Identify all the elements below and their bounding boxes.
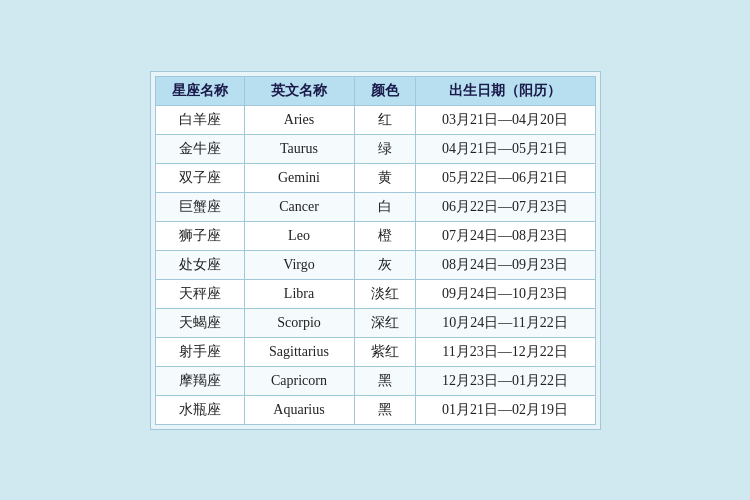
table-row: 水瓶座Aquarius黑01月21日—02月19日	[155, 395, 595, 424]
cell-zodiac-date: 04月21日—05月21日	[415, 134, 595, 163]
cell-zodiac-en: Gemini	[244, 163, 354, 192]
cell-zodiac-name: 狮子座	[155, 221, 244, 250]
cell-zodiac-name: 天蝎座	[155, 308, 244, 337]
table-row: 天秤座Libra淡红09月24日—10月23日	[155, 279, 595, 308]
cell-zodiac-color: 橙	[354, 221, 415, 250]
table-row: 狮子座Leo橙07月24日—08月23日	[155, 221, 595, 250]
cell-zodiac-name: 双子座	[155, 163, 244, 192]
table-row: 处女座Virgo灰08月24日—09月23日	[155, 250, 595, 279]
cell-zodiac-color: 深红	[354, 308, 415, 337]
cell-zodiac-en: Virgo	[244, 250, 354, 279]
table-row: 巨蟹座Cancer白06月22日—07月23日	[155, 192, 595, 221]
cell-zodiac-name: 水瓶座	[155, 395, 244, 424]
cell-zodiac-name: 处女座	[155, 250, 244, 279]
cell-zodiac-date: 08月24日—09月23日	[415, 250, 595, 279]
cell-zodiac-en: Taurus	[244, 134, 354, 163]
table-row: 摩羯座Capricorn黑12月23日—01月22日	[155, 366, 595, 395]
cell-zodiac-name: 金牛座	[155, 134, 244, 163]
cell-zodiac-color: 紫红	[354, 337, 415, 366]
header-col3: 颜色	[354, 76, 415, 105]
cell-zodiac-color: 红	[354, 105, 415, 134]
cell-zodiac-en: Scorpio	[244, 308, 354, 337]
cell-zodiac-date: 03月21日—04月20日	[415, 105, 595, 134]
cell-zodiac-color: 黑	[354, 395, 415, 424]
zodiac-table-container: 星座名称 英文名称 颜色 出生日期（阳历） 白羊座Aries红03月21日—04…	[150, 71, 601, 430]
cell-zodiac-en: Cancer	[244, 192, 354, 221]
table-row: 天蝎座Scorpio深红10月24日—11月22日	[155, 308, 595, 337]
cell-zodiac-date: 11月23日—12月22日	[415, 337, 595, 366]
cell-zodiac-color: 黄	[354, 163, 415, 192]
cell-zodiac-name: 巨蟹座	[155, 192, 244, 221]
header-col1: 星座名称	[155, 76, 244, 105]
cell-zodiac-date: 10月24日—11月22日	[415, 308, 595, 337]
cell-zodiac-en: Leo	[244, 221, 354, 250]
cell-zodiac-color: 淡红	[354, 279, 415, 308]
table-header-row: 星座名称 英文名称 颜色 出生日期（阳历）	[155, 76, 595, 105]
zodiac-table: 星座名称 英文名称 颜色 出生日期（阳历） 白羊座Aries红03月21日—04…	[155, 76, 596, 425]
cell-zodiac-en: Aquarius	[244, 395, 354, 424]
cell-zodiac-color: 黑	[354, 366, 415, 395]
table-row: 射手座Sagittarius紫红11月23日—12月22日	[155, 337, 595, 366]
cell-zodiac-date: 01月21日—02月19日	[415, 395, 595, 424]
cell-zodiac-name: 射手座	[155, 337, 244, 366]
cell-zodiac-name: 天秤座	[155, 279, 244, 308]
cell-zodiac-date: 07月24日—08月23日	[415, 221, 595, 250]
cell-zodiac-name: 摩羯座	[155, 366, 244, 395]
cell-zodiac-color: 绿	[354, 134, 415, 163]
cell-zodiac-color: 白	[354, 192, 415, 221]
cell-zodiac-en: Capricorn	[244, 366, 354, 395]
table-row: 双子座Gemini黄05月22日—06月21日	[155, 163, 595, 192]
cell-zodiac-date: 12月23日—01月22日	[415, 366, 595, 395]
table-row: 白羊座Aries红03月21日—04月20日	[155, 105, 595, 134]
cell-zodiac-color: 灰	[354, 250, 415, 279]
cell-zodiac-en: Sagittarius	[244, 337, 354, 366]
header-col4: 出生日期（阳历）	[415, 76, 595, 105]
header-col2: 英文名称	[244, 76, 354, 105]
cell-zodiac-date: 09月24日—10月23日	[415, 279, 595, 308]
table-row: 金牛座Taurus绿04月21日—05月21日	[155, 134, 595, 163]
cell-zodiac-en: Libra	[244, 279, 354, 308]
cell-zodiac-date: 05月22日—06月21日	[415, 163, 595, 192]
cell-zodiac-name: 白羊座	[155, 105, 244, 134]
cell-zodiac-en: Aries	[244, 105, 354, 134]
cell-zodiac-date: 06月22日—07月23日	[415, 192, 595, 221]
